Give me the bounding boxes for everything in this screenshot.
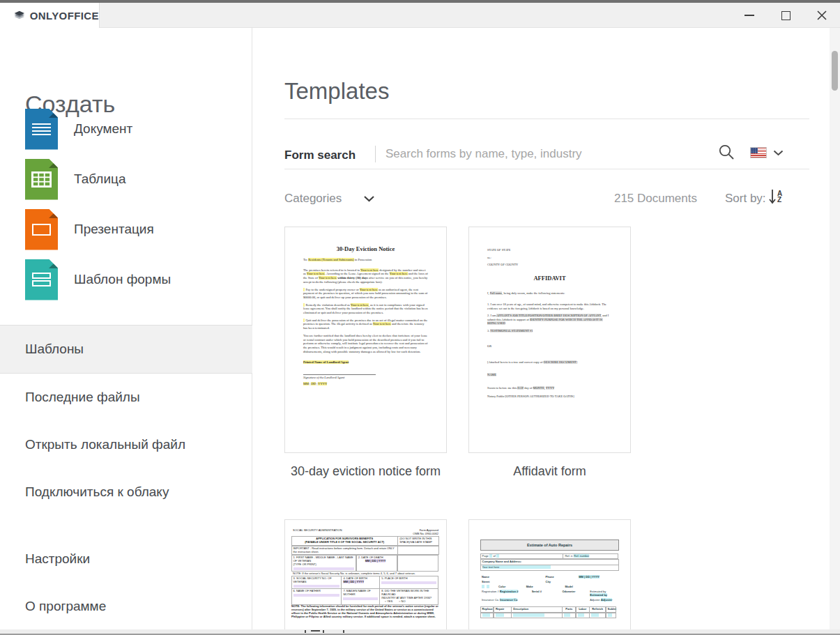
sidebar: Создать Документ Таблица Презентация Шаб… bbox=[0, 28, 252, 635]
close-button[interactable] bbox=[804, 3, 840, 28]
sidebar-item-label: Открыть локальный файл bbox=[25, 437, 185, 452]
clipped-content-mark bbox=[305, 630, 306, 633]
sidebar-item-connect-to-cloud[interactable]: Подключиться к облаку bbox=[0, 468, 252, 516]
onlyoffice-logo-icon bbox=[14, 7, 25, 25]
app-tab[interactable]: ONLYOFFICE bbox=[0, 3, 100, 29]
minimize-button[interactable] bbox=[731, 3, 768, 28]
sidebar-item-open-local-file[interactable]: Открыть локальный файл bbox=[0, 421, 252, 468]
chevron-down-icon bbox=[773, 150, 784, 156]
sidebar-item-label: О программе bbox=[25, 599, 106, 614]
create-item-label: Презентация bbox=[74, 222, 154, 237]
sidebar-item-label: Настройки bbox=[25, 551, 90, 567]
sidebar-item-recent-files[interactable]: Последние файлы bbox=[0, 374, 252, 421]
chevron-down-icon bbox=[363, 195, 375, 202]
sidebar-item-about[interactable]: О программе bbox=[0, 583, 252, 630]
minimize-icon bbox=[744, 15, 754, 16]
template-card-affidavit[interactable]: STATE OF STATEss.:COUNTY OF COUNTYAFFIDA… bbox=[468, 227, 631, 453]
vertical-scrollbar-thumb[interactable] bbox=[832, 51, 838, 91]
clipped-content-mark bbox=[323, 630, 324, 633]
sort-az-icon: A Z bbox=[777, 190, 782, 203]
title-divider bbox=[284, 118, 809, 119]
search-underline bbox=[284, 169, 809, 169]
create-item-label: Шаблон формы bbox=[74, 272, 171, 287]
window-controls bbox=[731, 3, 840, 28]
search-button[interactable] bbox=[715, 141, 738, 163]
template-card-auto-repairs-estimate[interactable]: Estimate of Auto RepairsPage of Ref. n: … bbox=[468, 519, 631, 629]
documents-count: 215 Documents bbox=[558, 192, 697, 206]
template-title: 30-day eviction notice form bbox=[284, 464, 447, 479]
sidebar-item-templates[interactable]: Шаблоны bbox=[0, 325, 252, 374]
maximize-icon bbox=[781, 11, 791, 20]
template-title: Affidavit form bbox=[468, 464, 631, 479]
create-item-label: Документ bbox=[74, 121, 132, 137]
search-icon bbox=[717, 143, 735, 161]
template-card-survivors-benefits[interactable]: SOCIAL SECURITY ADMINISTRATIONForm Appro… bbox=[284, 519, 447, 629]
clipped-content-mark bbox=[311, 630, 320, 632]
app-title: ONLYOFFICE bbox=[30, 10, 99, 22]
close-icon bbox=[817, 10, 827, 20]
sort-by-label: Sort by: bbox=[725, 192, 766, 206]
sidebar-item-label: Последние файлы bbox=[25, 390, 140, 405]
form-search-label: Form search bbox=[284, 148, 356, 162]
create-item-label: Таблица bbox=[74, 171, 126, 187]
search-language-dropdown[interactable] bbox=[750, 143, 792, 162]
sidebar-item-label: Подключиться к облаку bbox=[25, 484, 169, 500]
template-preview: Estimate of Auto RepairsPage of Ref. n: … bbox=[469, 520, 630, 629]
create-document-button[interactable]: Документ bbox=[0, 108, 252, 150]
search-separator bbox=[375, 146, 376, 162]
create-spreadsheet-button[interactable]: Таблица bbox=[0, 158, 252, 200]
presentation-icon bbox=[25, 209, 58, 250]
app-window: { "titlebar": { "app_name": "ONLYOFFICE"… bbox=[0, 0, 840, 635]
sort-button[interactable]: A Z bbox=[769, 185, 791, 208]
categories-label: Categories bbox=[284, 192, 342, 206]
sort-arrow-icon bbox=[769, 188, 776, 205]
sidebar-item-label: Шаблоны bbox=[25, 342, 84, 357]
vertical-scrollbar-track[interactable] bbox=[830, 28, 840, 635]
create-presentation-button[interactable]: Презентация bbox=[0, 208, 252, 250]
search-input[interactable] bbox=[385, 144, 699, 165]
us-flag-icon bbox=[750, 147, 767, 158]
clipped-bottom-strip bbox=[0, 629, 840, 635]
template-card-30-day-eviction-notice[interactable]: 30-Day Eviction NoticeTo: Residents (Ten… bbox=[284, 227, 447, 453]
titlebar[interactable]: ONLYOFFICE bbox=[0, 3, 840, 28]
template-preview: SOCIAL SECURITY ADMINISTRATIONForm Appro… bbox=[285, 520, 446, 629]
template-preview: STATE OF STATEss.:COUNTY OF COUNTYAFFIDA… bbox=[469, 227, 630, 452]
form-template-icon bbox=[25, 259, 58, 300]
clipped-content-mark bbox=[343, 630, 344, 633]
sidebar-item-settings[interactable]: Настройки bbox=[0, 535, 252, 583]
create-form-template-button[interactable]: Шаблон формы bbox=[0, 259, 252, 300]
document-icon bbox=[25, 109, 58, 150]
page-title: Templates bbox=[284, 78, 389, 105]
template-preview: 30-Day Eviction NoticeTo: Residents (Ten… bbox=[285, 227, 446, 452]
maximize-button[interactable] bbox=[768, 3, 804, 28]
spreadsheet-icon bbox=[25, 159, 58, 200]
